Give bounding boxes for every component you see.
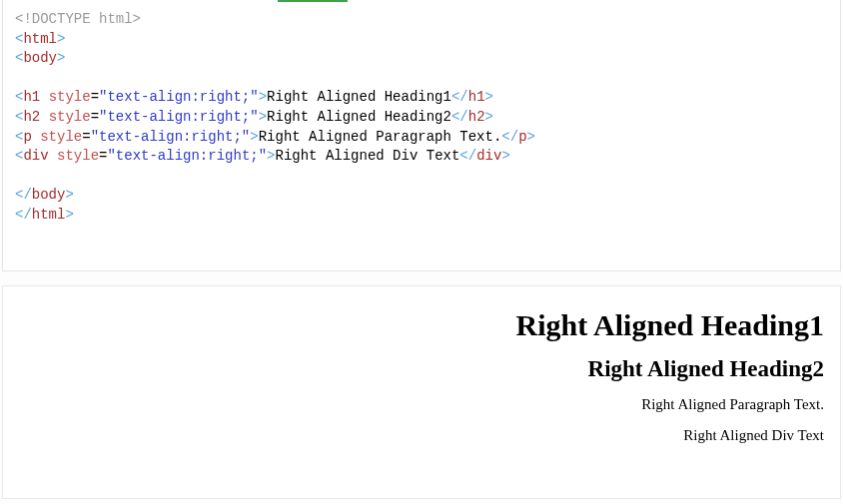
code-angle: </ [501,129,518,145]
code-attr-style: style [49,109,91,125]
output-div-text: Right Aligned Div Text [19,427,824,444]
code-tag-html: html [32,207,66,223]
code-space [40,89,48,105]
code-angle: > [65,207,73,223]
code-doctype: <!DOCTYPE html> [15,11,141,27]
code-tag-p: p [518,129,526,145]
code-attr-value: "text-align:right;" [91,129,251,145]
code-angle: </ [459,148,476,164]
code-space [40,109,48,125]
code-angle: > [485,109,493,125]
code-angle: > [485,89,493,105]
code-attr-value: "text-align:right;" [99,89,259,105]
code-attr-style: style [57,148,99,164]
code-editor-panel[interactable]: <!DOCTYPE html> <html> <body> <h1 style=… [2,0,841,271]
output-heading-1: Right Aligned Heading1 [19,308,824,342]
code-space [49,148,57,164]
code-angle: > [57,31,65,47]
code-angle: </ [451,109,468,125]
code-angle: > [259,109,267,125]
code-angle: > [65,187,73,203]
code-attr-style: style [49,89,91,105]
code-tag-div: div [476,148,501,164]
code-eq: = [91,89,99,105]
output-heading-2: Right Aligned Heading2 [19,356,824,382]
code-text: Right Aligned Div Text [276,148,460,164]
code-eq: = [82,129,90,145]
code-angle: > [501,148,509,164]
code-angle: </ [15,207,32,223]
code-angle: </ [451,89,468,105]
code-text: Right Aligned Paragraph Text. [259,129,502,145]
code-tag-div: div [23,148,48,164]
code-attr-style: style [40,129,82,145]
code-text: Right Aligned Heading1 [267,89,451,105]
active-tab-indicator [278,0,348,2]
code-space [32,129,40,145]
output-preview-panel: Right Aligned Heading1 Right Aligned Hea… [2,285,841,499]
output-paragraph: Right Aligned Paragraph Text. [19,396,824,413]
code-tag-h2: h2 [468,109,485,125]
code-tag-body: body [32,187,66,203]
code-angle: > [57,50,65,66]
code-tag-h1: h1 [468,89,485,105]
code-eq: = [91,109,99,125]
code-tag-h2: h2 [23,109,40,125]
code-text: Right Aligned Heading2 [267,109,451,125]
code-angle: </ [15,187,32,203]
code-attr-value: "text-align:right;" [107,148,267,164]
code-tag-p: p [23,129,31,145]
code-angle: > [259,89,267,105]
code-tag-h1: h1 [23,89,40,105]
code-tag-body: body [23,50,57,66]
code-angle: > [267,148,275,164]
code-tag-html: html [23,31,57,47]
code-attr-value: "text-align:right;" [99,109,259,125]
code-angle: > [250,129,258,145]
code-angle: > [527,129,535,145]
